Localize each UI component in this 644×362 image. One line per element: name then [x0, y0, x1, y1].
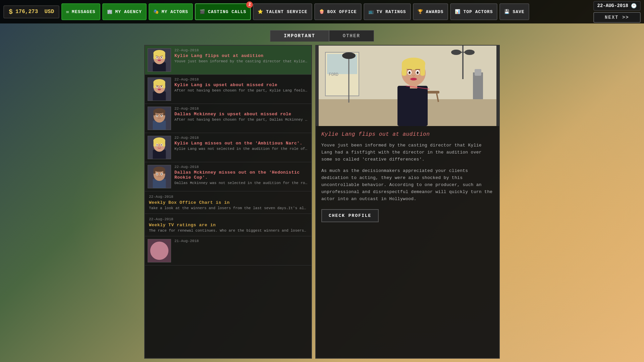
casting-icon: 🎬 [200, 9, 205, 14]
msg-title-2: Kylie Lang is upset about missed role [174, 82, 309, 87]
avatar-kylie-2 [148, 77, 171, 101]
msg-date-3: 22-Aug-2018 [174, 107, 309, 111]
message-list-panel: 22-Aug-2018 Kylie Lang flips out at audi… [144, 45, 312, 359]
my-agency-button[interactable]: 🏢 MY AGENCY [102, 3, 147, 20]
panels-container: 22-Aug-2018 Kylie Lang flips out at audi… [144, 45, 500, 359]
detail-image: FORD [316, 46, 499, 126]
message-item-1[interactable]: 22-Aug-2018 Kylie Lang flips out at audi… [145, 46, 311, 75]
msg-date-2: 22-Aug-2018 [174, 77, 309, 81]
svg-point-64 [150, 242, 168, 260]
box-office-button[interactable]: 🍿 BOX OFFICE [314, 3, 362, 20]
talent-service-btn-wrap: ⭐ TALENT SERVICE [253, 3, 312, 20]
save-icon: 💾 [504, 9, 510, 14]
svg-point-13 [158, 60, 161, 61]
my-actors-label: MY ACTORS [162, 9, 188, 14]
envelope-icon: ✉ [66, 9, 69, 14]
svg-rect-87 [402, 62, 407, 76]
svg-rect-19 [154, 81, 156, 88]
message-item-4[interactable]: 22-Aug-2018 Kylie Lang misses out on the… [145, 133, 311, 162]
tab-other[interactable]: OTHER [329, 30, 374, 42]
message-scroll[interactable]: 22-Aug-2018 Kylie Lang flips out at audi… [145, 46, 311, 358]
casting-calls-btn-wrap: 🎬 CASTING CALLS 2 [195, 3, 251, 20]
avatar-dallas-1 [148, 107, 171, 130]
msg-preview-1: Youve just been informed by the casting … [174, 59, 309, 63]
message-tabs: IMPORTANT OTHER [270, 30, 374, 42]
casting-calls-button[interactable]: 🎬 CASTING CALLS [195, 3, 251, 20]
detail-title: Kylie Lang flips out at audition [321, 131, 494, 137]
message-item-8[interactable]: 21-Aug-2018 [145, 236, 311, 265]
svg-rect-20 [163, 81, 165, 88]
msg-title-5: Dallas Mckinney misses out on the 'Hedon… [174, 170, 309, 180]
message-item-2[interactable]: 22-Aug-2018 Kylie Lang is upset about mi… [145, 75, 311, 104]
date-time-block: 22-AUG-2018 🕐 NEXT >> [593, 1, 641, 23]
svg-point-32 [154, 108, 165, 114]
my-actors-btn-wrap: 🎭 MY ACTORS [149, 3, 193, 20]
tv-ratings-button[interactable]: 📺 TV RATINGS [364, 3, 411, 20]
money-amount: 176,273 USD [15, 9, 54, 15]
svg-rect-46 [154, 139, 156, 146]
kylie-avatar-svg [148, 48, 171, 72]
talent-service-label: TALENT SERVICE [266, 9, 307, 14]
messages-button[interactable]: ✉ MESSAGES [61, 3, 100, 20]
tab-important[interactable]: IMPORTANT [270, 30, 329, 42]
money-display: $ 176,273 USD [3, 5, 59, 18]
check-profile-button[interactable]: CHECK PROFILE [321, 209, 379, 222]
message-body-1: 22-Aug-2018 Kylie Lang flips out at audi… [174, 48, 309, 72]
svg-rect-88 [420, 62, 425, 76]
detail-para2: As much as the decisionmakers appreciate… [321, 168, 494, 202]
svg-rect-83 [397, 86, 428, 126]
msg-date-5: 22-Aug-2018 [174, 165, 309, 169]
message-item-5[interactable]: 22-Aug-2018 Dallas Mckinney misses out o… [145, 162, 311, 191]
trophy-icon: 🏆 [418, 9, 423, 14]
top-actors-label: TOP ACTORS [463, 9, 493, 14]
msg-title-1: Kylie Lang flips out at audition [174, 53, 309, 58]
date-display: 22-AUG-2018 🕐 [593, 1, 641, 11]
top-actors-button[interactable]: 📊 TOP ACTORS [450, 3, 497, 20]
msg-title-3: Dallas Mckinney is upset about missed ro… [174, 112, 309, 117]
tv-icon: 📺 [368, 9, 374, 14]
svg-rect-57 [154, 169, 156, 174]
svg-point-37 [157, 115, 158, 116]
awards-button[interactable]: 🏆 AWARDS [413, 3, 448, 20]
message-item-6[interactable]: 22-Aug-2018 Weekly Box Office Chart is i… [145, 191, 311, 214]
msg-preview-2: After not having been chosen for the par… [174, 88, 309, 93]
msg-title-6: Weekly Box Office Chart is in [149, 200, 307, 205]
message-body-5: 22-Aug-2018 Dallas Mckinney misses out o… [174, 165, 309, 188]
avatar-kylie-3 [148, 136, 171, 159]
talent-icon: ⭐ [258, 9, 263, 14]
agency-icon: 🏢 [107, 9, 113, 14]
topbar: $ 176,273 USD ✉ MESSAGES 🏢 MY AGENCY 🎭 M… [0, 0, 644, 23]
my-agency-label: MY AGENCY [115, 9, 142, 14]
msg-date-6: 22-Aug-2018 [149, 195, 307, 199]
save-button[interactable]: 💾 SAVE [499, 3, 529, 20]
box-office-btn-wrap: 🍿 BOX OFFICE [314, 3, 362, 20]
message-item-7[interactable]: 22-Aug-2018 Weekly TV ratings are in The… [145, 214, 311, 236]
awards-btn-wrap: 🏆 AWARDS [413, 3, 448, 20]
kylie2-avatar-svg [148, 77, 171, 101]
messages-btn-wrap: ✉ MESSAGES [61, 3, 100, 20]
current-date: 22-AUG-2018 [597, 3, 628, 8]
actors-icon: 🎭 [153, 9, 159, 14]
main-content: IMPORTANT OTHER [0, 27, 644, 362]
top-actors-btn-wrap: 📊 TOP ACTORS [450, 3, 497, 20]
clock-icon: 🕐 [631, 3, 637, 9]
casting-calls-label: CASTING CALLS [208, 9, 246, 14]
svg-point-82 [465, 50, 475, 55]
tv-ratings-label: TV RATINGS [377, 9, 406, 14]
detail-scroll[interactable]: Kylie Lang flips out at audition Youve j… [316, 126, 499, 358]
msg-title-7: Weekly TV ratings are in [149, 223, 307, 228]
next-button[interactable]: NEXT >> [593, 12, 641, 23]
msg-date-4: 22-Aug-2018 [174, 136, 309, 140]
casting-badge: 2 [246, 1, 253, 8]
svg-point-81 [451, 50, 461, 55]
msg-preview-6: Take a look at the winners and losers fr… [149, 206, 307, 210]
msg-preview-4: Kylie Lang was not selected in the audit… [174, 147, 309, 151]
talent-service-button[interactable]: ⭐ TALENT SERVICE [253, 3, 312, 20]
message-body-8: 21-Aug-2018 [174, 239, 309, 262]
svg-rect-98 [475, 69, 481, 76]
message-item-3[interactable]: 22-Aug-2018 Dallas Mckinney is upset abo… [145, 104, 311, 133]
svg-point-61 [157, 173, 158, 175]
my-actors-button[interactable]: 🎭 MY ACTORS [149, 3, 193, 20]
avatar-dallas-2 [148, 165, 171, 188]
svg-rect-58 [163, 169, 165, 174]
